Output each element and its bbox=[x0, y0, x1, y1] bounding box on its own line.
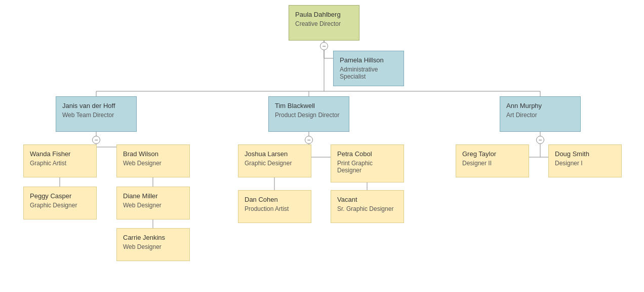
node-tim[interactable]: Tim Blackwell Product Design Director bbox=[268, 96, 349, 132]
paula-title: Creative Director bbox=[295, 20, 353, 27]
node-wanda[interactable]: Wanda Fisher Graphic Artist bbox=[23, 144, 97, 177]
doug-title: Designer I bbox=[555, 160, 615, 167]
node-janis[interactable]: Janis van der Hoff Web Team Director bbox=[56, 96, 137, 132]
vacant-name: Vacant bbox=[337, 196, 397, 203]
collapse-btn-ann[interactable]: − bbox=[536, 136, 544, 144]
peggy-title: Graphic Designer bbox=[30, 202, 90, 209]
node-paula[interactable]: Paula Dahlberg Creative Director bbox=[289, 5, 359, 41]
ann-title: Art Director bbox=[506, 112, 574, 119]
peggy-name: Peggy Casper bbox=[30, 192, 90, 200]
node-diane[interactable]: Diane Miller Web Designer bbox=[116, 187, 190, 220]
dan-name: Dan Cohen bbox=[245, 196, 305, 203]
tim-name: Tim Blackwell bbox=[275, 102, 343, 110]
dan-title: Production Artist bbox=[245, 205, 305, 212]
joshua-title: Graphic Designer bbox=[245, 160, 305, 167]
node-ann[interactable]: Ann Murphy Art Director bbox=[500, 96, 581, 132]
joshua-name: Joshua Larsen bbox=[245, 150, 305, 158]
node-pamela[interactable]: Pamela Hillson Administrative Specialist bbox=[333, 51, 404, 86]
org-chart: Paula Dahlberg Creative Director Pamela … bbox=[0, 0, 644, 30]
pamela-title: Administrative Specialist bbox=[340, 66, 397, 80]
greg-name: Greg Taylor bbox=[462, 150, 522, 158]
janis-name: Janis van der Hoff bbox=[62, 102, 130, 110]
petra-title: Print Graphic Designer bbox=[337, 160, 397, 174]
node-joshua[interactable]: Joshua Larsen Graphic Designer bbox=[238, 144, 311, 177]
brad-title: Web Designer bbox=[123, 160, 183, 167]
node-vacant[interactable]: Vacant Sr. Graphic Designer bbox=[331, 190, 404, 223]
paula-name: Paula Dahlberg bbox=[295, 11, 353, 18]
diane-title: Web Designer bbox=[123, 202, 183, 209]
petra-name: Petra Cobol bbox=[337, 150, 397, 158]
doug-name: Doug Smith bbox=[555, 150, 615, 158]
pamela-name: Pamela Hillson bbox=[340, 56, 397, 64]
brad-name: Brad Wilson bbox=[123, 150, 183, 158]
node-dan[interactable]: Dan Cohen Production Artist bbox=[238, 190, 311, 223]
janis-title: Web Team Director bbox=[62, 112, 130, 119]
node-peggy[interactable]: Peggy Casper Graphic Designer bbox=[23, 187, 97, 220]
collapse-btn-janis[interactable]: − bbox=[92, 136, 100, 144]
diane-name: Diane Miller bbox=[123, 192, 183, 200]
carrie-title: Web Designer bbox=[123, 243, 183, 250]
wanda-title: Graphic Artist bbox=[30, 160, 90, 167]
collapse-btn-paula[interactable]: − bbox=[320, 42, 328, 50]
ann-name: Ann Murphy bbox=[506, 102, 574, 110]
vacant-title: Sr. Graphic Designer bbox=[337, 205, 397, 212]
node-greg[interactable]: Greg Taylor Designer II bbox=[456, 144, 529, 177]
node-carrie[interactable]: Carrie Jenkins Web Designer bbox=[116, 228, 190, 261]
node-brad[interactable]: Brad Wilson Web Designer bbox=[116, 144, 190, 177]
carrie-name: Carrie Jenkins bbox=[123, 234, 183, 241]
wanda-name: Wanda Fisher bbox=[30, 150, 90, 158]
greg-title: Designer II bbox=[462, 160, 522, 167]
collapse-btn-tim[interactable]: − bbox=[305, 136, 313, 144]
node-doug[interactable]: Doug Smith Designer I bbox=[548, 144, 622, 177]
node-petra[interactable]: Petra Cobol Print Graphic Designer bbox=[331, 144, 404, 182]
tim-title: Product Design Director bbox=[275, 112, 343, 119]
